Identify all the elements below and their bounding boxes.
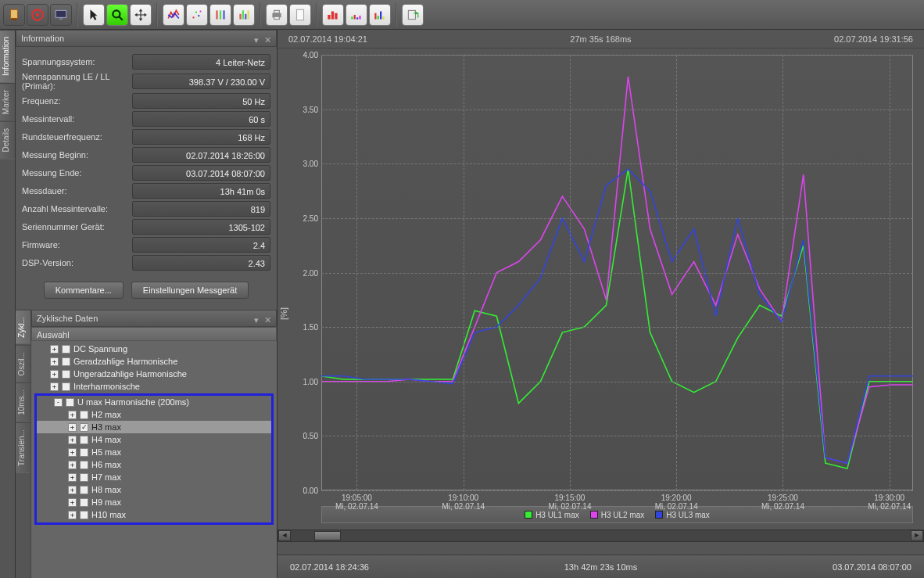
tab-oszil[interactable]: Oszil... bbox=[16, 345, 30, 383]
tree-panel-header: Zyklische Daten ▾✕ bbox=[31, 310, 277, 327]
expand-icon[interactable]: + bbox=[50, 382, 59, 391]
tree-node[interactable]: +H9 max bbox=[37, 496, 271, 508]
checkbox[interactable] bbox=[62, 357, 70, 366]
move-icon[interactable] bbox=[130, 4, 152, 26]
print-icon[interactable] bbox=[266, 4, 288, 26]
tab-10ms[interactable]: 10ms... bbox=[16, 382, 30, 422]
pin-icon[interactable]: ▾ bbox=[254, 35, 261, 42]
tab-transien[interactable]: Transien... bbox=[16, 422, 30, 473]
close-icon[interactable]: ✕ bbox=[264, 35, 271, 42]
chart-scatter-icon[interactable] bbox=[186, 4, 208, 26]
tree-node[interactable]: +H10 max bbox=[37, 508, 271, 521]
pointer-icon[interactable] bbox=[83, 4, 105, 26]
checkbox[interactable]: ✓ bbox=[80, 423, 88, 432]
info-value: 13h 41m 0s bbox=[132, 183, 270, 199]
checkbox[interactable] bbox=[80, 511, 88, 519]
monitor-icon[interactable] bbox=[50, 4, 72, 26]
tree-node[interactable]: +H7 max bbox=[37, 471, 271, 483]
expand-icon[interactable]: + bbox=[68, 473, 77, 482]
comments-button[interactable]: Kommentare... bbox=[44, 282, 124, 299]
info-row: Frequenz:50 Hz bbox=[22, 93, 270, 109]
tree-node[interactable]: +H2 max bbox=[37, 408, 271, 421]
chart-bars-icon[interactable] bbox=[210, 4, 231, 26]
expand-icon[interactable]: + bbox=[68, 436, 77, 444]
close-icon[interactable]: ✕ bbox=[264, 315, 271, 322]
expand-icon[interactable]: + bbox=[68, 423, 77, 432]
info-label: Nennspannung LE / LL (Primär): bbox=[22, 72, 127, 91]
info-value: 2.43 bbox=[132, 255, 270, 271]
x-tick: 19:25:00Mi, 02.07.14 bbox=[743, 494, 822, 511]
tab-information[interactable]: Information bbox=[0, 30, 15, 83]
legend-label: H3 UL2 max bbox=[601, 511, 645, 519]
svg-point-13 bbox=[199, 10, 201, 12]
tree-node[interactable]: +Geradzahlige Harmonische bbox=[33, 355, 275, 368]
expand-icon[interactable]: + bbox=[50, 357, 59, 366]
tree-label: H3 max bbox=[91, 422, 121, 432]
info-row: Seriennummer Gerät:1305-102 bbox=[22, 219, 270, 235]
checkbox[interactable] bbox=[62, 382, 70, 391]
expand-icon[interactable]: + bbox=[68, 448, 77, 457]
checkbox[interactable] bbox=[62, 370, 70, 379]
scroll-left-icon[interactable]: ◄ bbox=[278, 530, 291, 541]
info-row: DSP-Version:2.43 bbox=[22, 255, 270, 271]
plot-region[interactable]: [%] H3 UL1 maxH3 UL2 maxH3 UL3 max ◄ ► 0… bbox=[278, 48, 924, 578]
left-vertical-tabs-1: Information Marker Details bbox=[0, 30, 16, 578]
expand-icon[interactable]: + bbox=[68, 498, 77, 507]
tree-node[interactable]: +H8 max bbox=[37, 483, 271, 496]
tree-node[interactable]: +Interharmonische bbox=[33, 380, 275, 393]
tab-zykl[interactable]: Zykl... bbox=[16, 310, 30, 345]
chart-red-icon[interactable] bbox=[322, 4, 344, 26]
checkbox[interactable] bbox=[80, 498, 88, 507]
chart-grid-icon[interactable] bbox=[233, 4, 255, 26]
info-row: Anzahl Messintervalle:819 bbox=[22, 201, 270, 217]
chart-line-icon[interactable] bbox=[163, 4, 184, 26]
checkbox[interactable] bbox=[80, 411, 88, 419]
tree-node[interactable]: -U max Harmonische (200ms) bbox=[37, 396, 271, 408]
tree-node[interactable]: +H4 max bbox=[37, 433, 271, 446]
scroll-right-icon[interactable]: ► bbox=[911, 530, 923, 541]
device-settings-button[interactable]: Einstellungen Messgerät bbox=[131, 282, 249, 299]
horizontal-scrollbar[interactable]: ◄ ► bbox=[278, 530, 924, 542]
tree-node[interactable]: +H6 max bbox=[37, 458, 271, 471]
record-icon[interactable] bbox=[27, 4, 48, 26]
export-icon[interactable] bbox=[402, 4, 424, 26]
checkbox[interactable] bbox=[80, 473, 88, 482]
zoom-icon[interactable] bbox=[106, 4, 128, 26]
tree-label: U max Harmonische (200ms) bbox=[77, 397, 189, 407]
expand-icon[interactable]: - bbox=[54, 398, 63, 407]
expand-icon[interactable]: + bbox=[68, 461, 77, 469]
device-icon[interactable] bbox=[3, 4, 25, 26]
legend-item[interactable]: H3 UL2 max bbox=[590, 511, 645, 519]
checkbox[interactable] bbox=[80, 486, 88, 494]
expand-icon[interactable]: + bbox=[50, 345, 59, 354]
tree-label: Geradzahlige Harmonische bbox=[73, 357, 177, 366]
legend-item[interactable]: H3 UL3 max bbox=[655, 511, 710, 519]
expand-icon[interactable]: + bbox=[68, 411, 77, 419]
legend-item[interactable]: H3 UL1 max bbox=[525, 511, 579, 519]
tree-node[interactable]: +DC Spannung bbox=[33, 343, 275, 355]
checkbox[interactable] bbox=[80, 436, 88, 444]
checkbox[interactable] bbox=[80, 461, 88, 469]
expand-icon[interactable]: + bbox=[68, 486, 77, 494]
chart-footer-left: 02.07.2014 18:24:36 bbox=[290, 562, 369, 572]
expand-icon[interactable]: + bbox=[68, 511, 77, 519]
chart-mini-icon[interactable] bbox=[346, 4, 367, 26]
svg-rect-36 bbox=[408, 10, 415, 19]
tab-marker[interactable]: Marker bbox=[0, 83, 15, 121]
info-label: Messung Ende: bbox=[22, 168, 127, 178]
tree-node[interactable]: +H5 max bbox=[37, 446, 271, 458]
page-icon[interactable] bbox=[289, 4, 311, 26]
chart-multi-icon[interactable] bbox=[369, 4, 391, 26]
info-value: 50 Hz bbox=[132, 93, 270, 109]
checkbox[interactable] bbox=[80, 448, 88, 457]
tab-details[interactable]: Details bbox=[0, 121, 15, 160]
expand-icon[interactable]: + bbox=[50, 370, 59, 379]
scroll-thumb[interactable] bbox=[314, 531, 341, 540]
checkbox[interactable] bbox=[66, 398, 74, 407]
tree-node[interactable]: +✓H3 max bbox=[37, 421, 271, 433]
svg-rect-14 bbox=[216, 10, 217, 19]
y-tick: 1.00 bbox=[292, 377, 318, 386]
tree-node[interactable]: +Ungeradzahlige Harmonische bbox=[33, 368, 275, 380]
pin-icon[interactable]: ▾ bbox=[254, 315, 261, 322]
checkbox[interactable] bbox=[62, 345, 70, 354]
